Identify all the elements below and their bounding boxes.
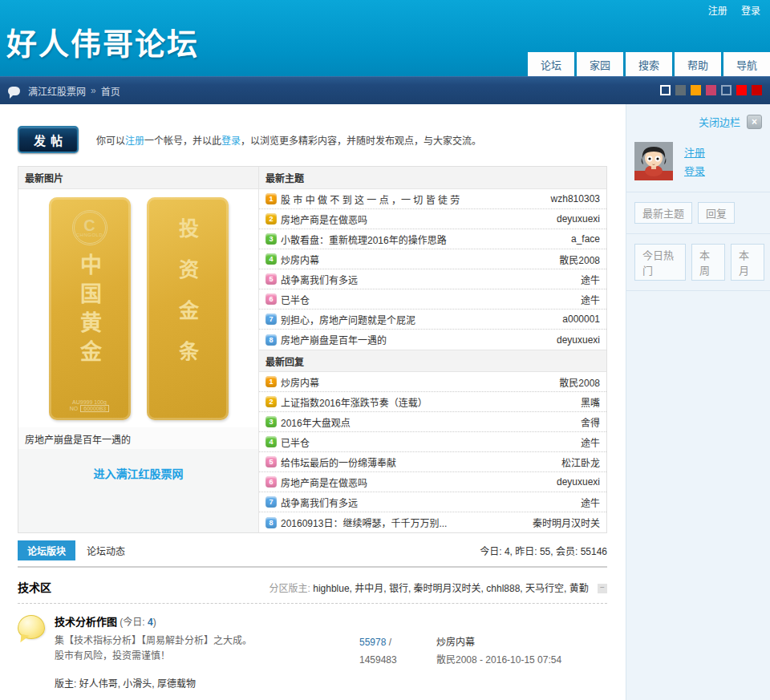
breadcrumb-current-page: 首页 <box>101 84 120 98</box>
topic-row[interactable]: 3 小散看盘：重新梳理2016年的操作思路 a_face <box>259 229 606 249</box>
theme-swatch-2[interactable] <box>675 85 686 95</box>
avatar[interactable] <box>634 142 673 180</box>
reply-row[interactable]: 5 给伟坛最后的一份绵薄奉献 松江卧龙 <box>259 452 606 472</box>
register-link-notice[interactable]: 注册 <box>125 136 144 147</box>
sidebar-tab-month[interactable]: 本月 <box>731 244 764 281</box>
topic-author-link[interactable]: deyuxuexi <box>557 213 600 225</box>
sidebar-tab-week[interactable]: 本周 <box>691 244 725 281</box>
theme-swatch-7[interactable] <box>752 85 762 95</box>
latest-images-column: 最新图片 C CHNGOLD 中国黄金 AU9999 100g NO60000B… <box>18 167 259 532</box>
forum-title-link[interactable]: 技术分析作图 <box>55 616 117 628</box>
nav-forum-button[interactable]: 论坛 <box>528 52 574 76</box>
breadcrumb-site-link[interactable]: 满江红股票网 <box>28 84 86 98</box>
theme-swatch-3[interactable] <box>691 85 701 95</box>
topic-title-link[interactable]: 别担心，房地产问题就是个屁泥 <box>281 313 556 326</box>
nav-navi-button[interactable]: 导航 <box>723 52 770 76</box>
reply-row[interactable]: 7 战争离我们有多远 途牛 <box>259 492 606 512</box>
reply-row[interactable]: 8 20160913日：继续嘚瑟，千千万万别... 秦时明月汉时关 <box>259 512 606 532</box>
topic-author-link[interactable]: wzh810303 <box>551 193 600 204</box>
sidebar-tabs-latest: 最新主题 回复 <box>626 192 770 234</box>
close-icon[interactable]: × <box>747 115 762 129</box>
topic-title-link[interactable]: 房地产商是在做恶吗 <box>281 212 550 226</box>
collapse-icon[interactable]: − <box>598 584 607 593</box>
topic-title-link[interactable]: 小散看盘：重新梳理2016年的操作思路 <box>281 233 565 246</box>
new-post-button[interactable]: 发帖 <box>18 126 79 153</box>
forum-mods-links[interactable]: 好人伟哥, 小滑头, 厚德载物 <box>79 678 196 690</box>
reply-row[interactable]: 6 房地产商是在做恶吗 deyuxuexi <box>259 472 606 492</box>
site-header: 注册 登录 好人伟哥论坛 论坛 家园 搜索 帮助 导航 <box>0 0 770 76</box>
reply-title-link[interactable]: 20160913日：继续嘚瑟，千千万万别... <box>281 516 526 529</box>
reply-author-link[interactable]: 途牛 <box>581 435 600 449</box>
topic-author-link[interactable]: 途牛 <box>581 273 600 286</box>
reply-row[interactable]: 2 上证指数2016年涨跌节奏（连载） 黑嘴 <box>259 392 606 412</box>
reply-row[interactable]: 4 已半仓 途牛 <box>259 432 606 452</box>
rank-4-icon: 4 <box>265 253 277 265</box>
topic-title-link[interactable]: 战争离我们有多远 <box>281 273 574 286</box>
nav-home-button[interactable]: 家园 <box>577 52 623 76</box>
reply-author-link[interactable]: 散民2008 <box>559 375 600 389</box>
reply-row[interactable]: 1 炒房内幕 散民2008 <box>259 372 606 392</box>
login-link-top[interactable]: 登录 <box>741 6 760 17</box>
reply-title-link[interactable]: 房地产商是在做恶吗 <box>281 475 550 489</box>
topic-title-link[interactable]: 股 市 中 做 不 到 这 一 点 ，一 切 皆 徒 劳 <box>281 192 545 206</box>
reply-title-link[interactable]: 给伟坛最后的一份绵薄奉献 <box>281 455 555 469</box>
forum-moderators: 版主: 好人伟哥, 小滑头, 厚德载物 <box>55 676 359 690</box>
topic-author-link[interactable]: deyuxuexi <box>557 334 600 346</box>
topic-title-link[interactable]: 炒房内幕 <box>281 253 553 266</box>
reply-row[interactable]: 3 2016年大盘观点 舍得 <box>259 412 606 432</box>
tab-forum-activity[interactable]: 论坛动态 <box>87 544 125 557</box>
rank-6-icon: 6 <box>265 476 277 488</box>
topic-row[interactable]: 8 房地产崩盘是百年一遇的 deyuxuexi <box>259 330 606 350</box>
reply-author-link[interactable]: 秦时明月汉时关 <box>533 516 600 529</box>
right-sidebar: 关闭边栏 × 注册 登录 最新主题 回复 今日热门 本周 本月 <box>626 104 770 700</box>
topic-row[interactable]: 5 战争离我们有多远 途牛 <box>259 269 606 289</box>
topic-row[interactable]: 6 已半仓 途牛 <box>259 289 606 310</box>
section-title-link[interactable]: 技术区 <box>18 579 51 595</box>
reply-title-link[interactable]: 战争离我们有多远 <box>281 496 574 509</box>
image-caption[interactable]: 房地产崩盘是百年一遇的 <box>18 427 258 449</box>
reply-author-link[interactable]: 松江卧龙 <box>561 455 600 469</box>
rank-3-icon: 3 <box>265 416 277 427</box>
close-sidebar-link[interactable]: 关闭边栏 <box>699 114 740 129</box>
reply-title-link[interactable]: 上证指数2016年涨跌节奏（连载） <box>281 395 574 409</box>
topic-author-link[interactable]: 散民2008 <box>559 253 600 266</box>
breadcrumb-separator: » <box>91 85 96 96</box>
sidebar-tab-replies[interactable]: 回复 <box>698 202 735 224</box>
topic-author-link[interactable]: a000001 <box>562 314 600 325</box>
topic-row[interactable]: 7 别担心，房地产问题就是个屁泥 a000001 <box>259 310 606 330</box>
moderators-links[interactable]: highblue, 井中月, 银行, 秦时明月汉时关, chhl888, 天马行… <box>313 583 588 594</box>
nav-help-button[interactable]: 帮助 <box>675 52 721 76</box>
sidebar-tab-today-hot[interactable]: 今日热门 <box>634 244 686 281</box>
top-links: 注册 登录 <box>697 3 760 17</box>
theme-swatch-5[interactable] <box>721 85 732 95</box>
login-link-notice[interactable]: 登录 <box>221 136 241 147</box>
lastpost-title-link[interactable]: 炒房内幕 <box>436 637 475 648</box>
topic-row[interactable]: 4 炒房内幕 散民2008 <box>259 249 606 269</box>
rank-2-icon: 2 <box>265 213 277 225</box>
gold-bar-back-text: 投资金条 <box>173 218 202 382</box>
reply-title-link[interactable]: 2016年大盘观点 <box>281 415 574 429</box>
sidebar-tab-latest-topics[interactable]: 最新主题 <box>634 202 692 224</box>
theme-swatch-4[interactable] <box>706 85 716 95</box>
nav-search-button[interactable]: 搜索 <box>626 52 672 76</box>
topic-row[interactable]: 2 房地产商是在做恶吗 deyuxuexi <box>259 209 606 229</box>
latest-image[interactable]: C CHNGOLD 中国黄金 AU9999 100g NO60000B3 投资金… <box>18 189 258 427</box>
reply-title-link[interactable]: 炒房内幕 <box>281 375 553 389</box>
login-link-sidebar[interactable]: 登录 <box>684 162 705 180</box>
topic-title-link[interactable]: 房地产崩盘是百年一遇的 <box>281 333 550 346</box>
register-link-sidebar[interactable]: 注册 <box>684 144 705 162</box>
register-link-top[interactable]: 注册 <box>708 6 727 17</box>
theme-swatch-6[interactable] <box>736 85 747 95</box>
tab-forum-sections[interactable]: 论坛版块 <box>18 540 75 560</box>
reply-author-link[interactable]: deyuxuexi <box>557 476 600 488</box>
reply-title-link[interactable]: 已半仓 <box>281 435 574 449</box>
reply-author-link[interactable]: 途牛 <box>581 496 600 509</box>
reply-author-link[interactable]: 黑嘴 <box>581 395 600 409</box>
topic-author-link[interactable]: a_face <box>571 233 600 245</box>
topic-row[interactable]: 1 股 市 中 做 不 到 这 一 点 ，一 切 皆 徒 劳 wzh810303 <box>259 189 606 209</box>
reply-author-link[interactable]: 舍得 <box>581 415 600 429</box>
theme-swatch-1[interactable] <box>660 85 671 95</box>
site-enter-link[interactable]: 进入满江红股票网 <box>94 467 184 480</box>
topic-title-link[interactable]: 已半仓 <box>281 293 574 306</box>
topic-author-link[interactable]: 途牛 <box>581 293 600 306</box>
